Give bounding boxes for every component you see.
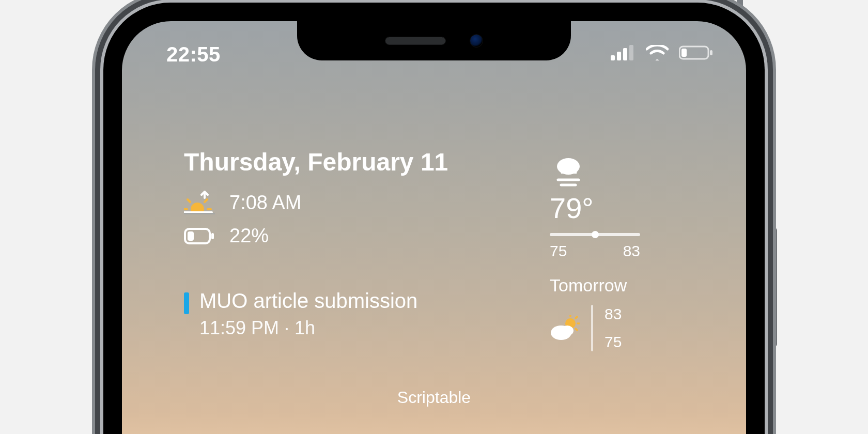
svg-line-12 [205,199,207,202]
svg-rect-18 [211,233,214,239]
current-temperature: 79° [550,193,684,224]
tomorrow-low: 75 [605,333,622,351]
svg-rect-2 [623,48,627,60]
partly-cloudy-icon [550,315,580,341]
sunrise-time: 7:08 AM [229,192,301,214]
temp-high: 83 [623,242,640,260]
svg-rect-0 [611,55,615,60]
event-color-bar [184,292,189,314]
tomorrow-label: Tomorrow [550,275,684,296]
svg-rect-17 [188,231,194,241]
svg-rect-5 [681,49,687,57]
temperature-range-bar [550,233,640,236]
battery-icon [184,227,215,245]
event-title: MUO article submission [199,289,417,313]
phone-frame: 22:55 [103,3,765,434]
tomorrow-forecast: 83 75 [550,305,684,351]
tomorrow-high: 83 [605,305,622,323]
side-power-button [771,227,777,347]
battery-percent: 22% [229,225,269,247]
event-subtitle: 11:59 PM · 1h [184,317,550,339]
calendar-event[interactable]: MUO article submission [184,289,550,314]
weather-block: 79° 75 83 Tomorrow [550,148,684,351]
widget-date: Thursday, February 11 [184,148,550,176]
svg-rect-1 [617,52,621,60]
fog-icon [550,154,684,190]
divider [591,305,593,351]
phone-screen: 22:55 [122,21,746,434]
status-time: 22:55 [140,21,221,66]
battery-row: 22% [184,225,550,247]
home-widget[interactable]: Thursday, February 11 [184,148,684,351]
svg-line-11 [188,199,190,202]
battery-status-icon [679,45,713,60]
sunrise-row: 7:08 AM [184,191,550,214]
temperature-range-marker [592,231,599,238]
svg-rect-15 [184,213,215,214]
svg-line-26 [576,329,577,330]
volume-up-button [92,204,98,277]
svg-rect-3 [629,45,633,60]
widget-app-label: Scriptable [122,388,746,434]
ringer-switch [92,138,98,179]
antenna-line [737,0,743,10]
svg-point-28 [561,326,574,336]
svg-rect-6 [710,50,712,55]
status-bar: 22:55 [122,21,746,78]
svg-line-25 [576,317,577,318]
svg-point-19 [557,158,580,175]
temperature-range-labels: 75 83 [550,242,640,260]
temp-low: 75 [550,242,567,260]
wifi-icon [646,45,669,60]
sunrise-icon [184,191,215,214]
cellular-icon [611,45,636,60]
volume-down-button [92,289,98,363]
status-indicators [611,21,729,60]
